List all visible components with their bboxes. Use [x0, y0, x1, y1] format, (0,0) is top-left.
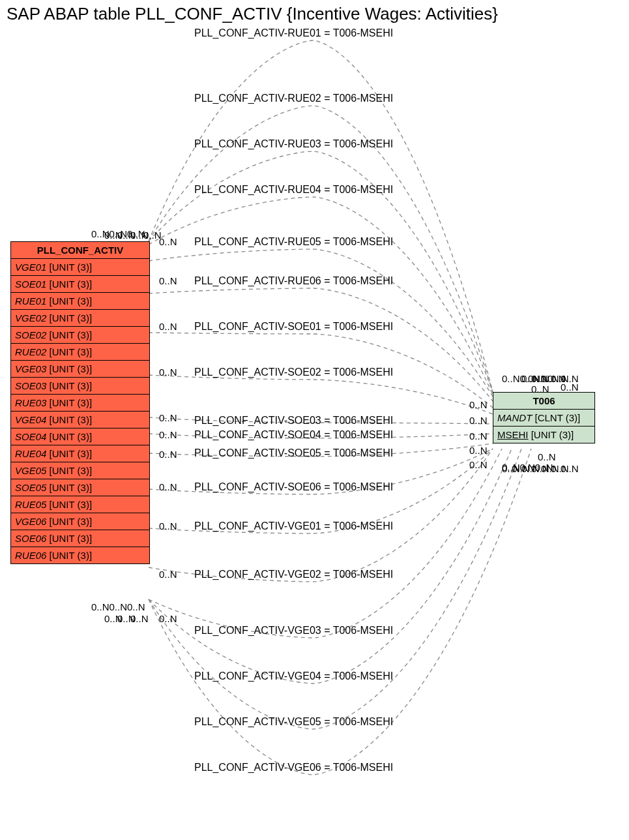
- cardinality: 0..N: [469, 415, 488, 426]
- relation-label: PLL_CONF_ACTIV-RUE01 = T006-MSEHI: [194, 27, 393, 39]
- field-row: SOE04 [UNIT (3)]: [11, 428, 149, 445]
- cardinality: 0..N: [159, 236, 177, 247]
- field-row: VGE01 [UNIT (3)]: [11, 259, 149, 276]
- relation-label: PLL_CONF_ACTIV-VGE06 = T006-MSEHI: [194, 762, 393, 773]
- cardinality: 0..N: [104, 613, 123, 624]
- cardinality: 0..N: [159, 520, 177, 532]
- relation-label: PLL_CONF_ACTIV-RUE02 = T006-MSEHI: [194, 93, 393, 104]
- cardinality: 0..N: [469, 459, 488, 470]
- cardinality: 0..N: [469, 430, 488, 442]
- relation-label: PLL_CONF_ACTIV-SOE05 = T006-MSEHI: [194, 447, 393, 459]
- relation-label: PLL_CONF_ACTIV-VGE03 = T006-MSEHI: [194, 625, 393, 637]
- cardinality: 0..N: [159, 321, 177, 332]
- cardinality-cluster: 0..N: [531, 383, 549, 395]
- cardinality: 0..N: [561, 463, 579, 474]
- cardinality: 0..N: [159, 367, 177, 378]
- relation-label: PLL_CONF_ACTIV-SOE03 = T006-MSEHI: [194, 415, 393, 427]
- field-row: VGE05 [UNIT (3)]: [11, 462, 149, 479]
- relation-label: PLL_CONF_ACTIV-SOE04 = T006-MSEHI: [194, 429, 393, 441]
- field-row: MSEHI [UNIT (3)]: [493, 427, 594, 443]
- cardinality: 0..N: [159, 569, 177, 580]
- field-row: SOE05 [UNIT (3)]: [11, 479, 149, 496]
- relation-label: PLL_CONF_ACTIV-SOE06 = T006-MSEHI: [194, 481, 393, 493]
- field-row: SOE01 [UNIT (3)]: [11, 276, 149, 293]
- field-row: VGE02 [UNIT (3)]: [11, 310, 149, 327]
- field-row: VGE06 [UNIT (3)]: [11, 513, 149, 530]
- relation-label: PLL_CONF_ACTIV-VGE04 = T006-MSEHI: [194, 670, 393, 682]
- relation-label: PLL_CONF_ACTIV-SOE02 = T006-MSEHI: [194, 367, 393, 378]
- relation-label: PLL_CONF_ACTIV-RUE05 = T006-MSEHI: [194, 236, 393, 248]
- cardinality: 0..N: [159, 429, 177, 440]
- relation-label: PLL_CONF_ACTIV-VGE05 = T006-MSEHI: [194, 716, 393, 728]
- entity-t006: T006 MANDT [CLNT (3)]MSEHI [UNIT (3)]: [493, 392, 595, 443]
- page-title: SAP ABAP table PLL_CONF_ACTIV {Incentive…: [7, 4, 498, 24]
- relation-label: PLL_CONF_ACTIV-VGE01 = T006-MSEHI: [194, 520, 393, 532]
- cardinality: 0..N: [159, 412, 177, 423]
- cardinality: 0..N: [159, 613, 177, 624]
- field-row: MANDT [CLNT (3)]: [493, 410, 594, 427]
- field-row: RUE02 [UNIT (3)]: [11, 344, 149, 361]
- cardinality: 0..N: [159, 481, 177, 492]
- field-row: SOE06 [UNIT (3)]: [11, 530, 149, 547]
- entity-pll-conf-activ: PLL_CONF_ACTIV VGE01 [UNIT (3)]SOE01 [UN…: [10, 241, 150, 564]
- cardinality: 0..N: [159, 275, 177, 286]
- cardinality: 0..N: [159, 449, 177, 460]
- field-row: SOE02 [UNIT (3)]: [11, 327, 149, 344]
- relation-label: PLL_CONF_ACTIV-RUE03 = T006-MSEHI: [194, 138, 393, 150]
- field-row: RUE04 [UNIT (3)]: [11, 445, 149, 462]
- relation-label: PLL_CONF_ACTIV-RUE06 = T006-MSEHI: [194, 275, 393, 287]
- relation-label: PLL_CONF_ACTIV-RUE04 = T006-MSEHI: [194, 184, 393, 196]
- cardinality-cluster: 0..N0..N0..N: [91, 601, 145, 612]
- relation-label: PLL_CONF_ACTIV-VGE02 = T006-MSEHI: [194, 569, 393, 580]
- field-row: RUE03 [UNIT (3)]: [11, 395, 149, 412]
- field-row: SOE03 [UNIT (3)]: [11, 378, 149, 395]
- field-row: VGE03 [UNIT (3)]: [11, 361, 149, 378]
- entity-header: PLL_CONF_ACTIV: [11, 242, 149, 259]
- cardinality: 0..N: [561, 382, 579, 393]
- entity-header: T006: [493, 393, 594, 410]
- cardinality: 0..N: [469, 445, 488, 456]
- field-row: RUE05 [UNIT (3)]: [11, 496, 149, 513]
- cardinality-cluster: 0..N: [538, 451, 556, 462]
- cardinality: 0..N: [469, 399, 488, 410]
- field-row: RUE01 [UNIT (3)]: [11, 293, 149, 310]
- field-row: RUE06 [UNIT (3)]: [11, 547, 149, 563]
- relation-label: PLL_CONF_ACTIV-SOE01 = T006-MSEHI: [194, 321, 393, 333]
- field-row: VGE04 [UNIT (3)]: [11, 412, 149, 428]
